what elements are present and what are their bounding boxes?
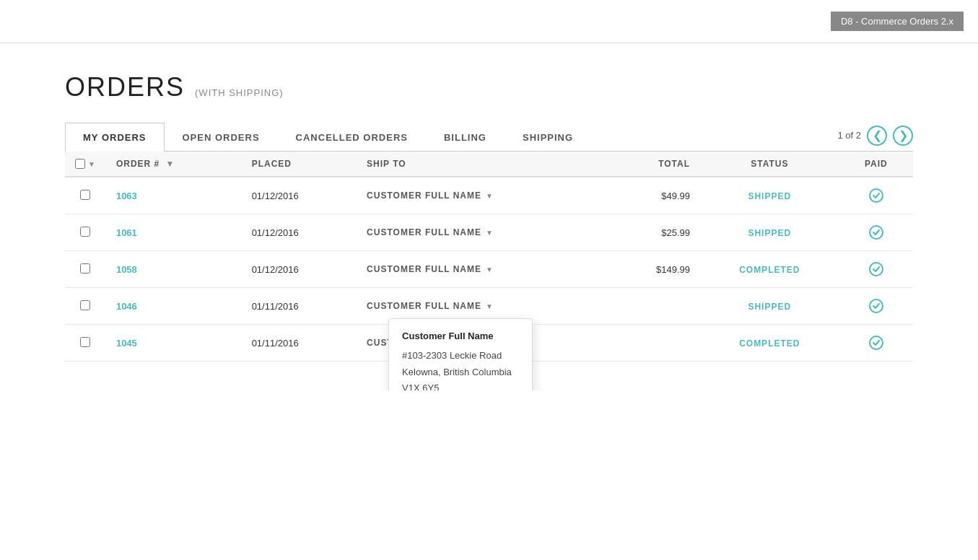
order-number-cell: 1045 [106,325,242,362]
table-row: 1046 01/11/2016 CUSTOMER FULL NAME ▼ Cus… [65,288,913,325]
placed-cell: 01/11/2016 [242,325,357,362]
pagination-prev-button[interactable]: ❮ [867,126,887,146]
row-checkbox-cell [65,288,106,325]
paid-cell [839,177,913,214]
tab-my-orders[interactable]: MY ORDERS [65,123,165,152]
paid-icon [850,335,903,351]
order-link[interactable]: 1061 [116,227,137,238]
row-checkbox-cell [65,325,106,362]
ship-to-dropdown-icon[interactable]: ▼ [486,229,493,237]
ship-to-dropdown-icon[interactable]: ▼ [486,192,493,200]
svg-point-4 [870,336,883,349]
status-badge: SHIPPED [748,302,791,312]
ship-to-cell: CUSTOMER FULL NAME ▼ [357,251,607,288]
page-title-row: ORDERS (WITH SHIPPING) [65,72,913,102]
ship-to-cell: CUSTOMER FULL NAME ▼ Customer Full Name … [357,288,607,325]
placed-cell: 01/12/2016 [242,177,357,214]
th-placed: PLACED [242,152,357,177]
table-body: 1063 01/12/2016 CUSTOMER FULL NAME ▼ $49… [65,177,913,362]
th-checkbox: ▼ [65,152,106,177]
paid-icon [850,298,903,314]
ship-to-cell: CUSTOMER FULL NAME ▼ [357,177,607,214]
tab-open-orders[interactable]: OPEN ORDERS [165,123,278,152]
check-circle-icon [868,298,884,314]
tooltip-address1: #103-2303 Leckie Road [402,349,519,363]
arrow-left-icon: ❮ [873,128,882,142]
check-circle-icon [868,335,884,351]
th-total: TOTAL [608,152,701,177]
placed-cell: 01/11/2016 [242,288,357,325]
row-checkbox[interactable] [80,190,90,200]
th-order-number[interactable]: ORDER # ▼ [106,152,242,177]
svg-point-0 [870,189,883,202]
ship-to-name: CUSTOMER FULL NAME [367,191,481,201]
arrow-right-icon: ❯ [899,128,908,142]
tab-shipping[interactable]: SHIPPING [505,123,591,152]
tooltip-postal: V1X 6Y5 [402,381,519,390]
tooltip-address2: Kelowna, British Columbia [402,365,519,380]
table-header-row: ▼ ORDER # ▼ PLACED SHIP TO TOTAL STATUS … [65,152,913,177]
ship-to-name: CUSTOMER FULL NAME [367,264,481,274]
total-cell [608,325,701,362]
status-badge: COMPLETED [739,265,800,275]
status-cell: COMPLETED [700,251,839,288]
paid-icon [850,188,903,204]
total-cell [608,288,701,325]
pagination-label: 1 of 2 [837,130,861,141]
total-cell: $149.99 [608,251,701,288]
order-link[interactable]: 1046 [116,301,137,312]
pagination: 1 of 2 ❮ ❯ [837,126,913,149]
paid-cell [839,325,913,362]
svg-point-1 [870,226,883,239]
row-checkbox[interactable] [80,263,90,274]
placed-cell: 01/12/2016 [242,214,357,251]
chevron-down-icon[interactable]: ▼ [88,160,96,168]
status-cell: SHIPPED [700,214,839,251]
order-link[interactable]: 1058 [116,264,137,275]
row-checkbox[interactable] [80,227,90,237]
app-label: D8 - Commerce Orders 2.x [831,12,964,31]
table-row: 1058 01/12/2016 CUSTOMER FULL NAME ▼ $14… [65,251,913,288]
ship-to-name: CUSTOMER FULL NAME [367,301,481,311]
order-number-cell: 1058 [106,251,242,288]
row-checkbox[interactable] [80,337,90,347]
svg-point-2 [870,263,883,276]
ship-to-cell: CUSTOMER FULL NAME ▼ [357,214,607,251]
select-all-checkbox[interactable] [75,159,85,169]
status-cell: SHIPPED [700,177,839,214]
row-checkbox-cell [65,214,106,251]
paid-cell [839,288,913,325]
placed-cell: 01/12/2016 [242,251,357,288]
tooltip-customer-name: Customer Full Name [402,331,519,341]
order-number-cell: 1046 [106,288,242,325]
order-link[interactable]: 1045 [116,338,137,349]
tab-billing[interactable]: BILLING [426,123,505,152]
sort-arrow-icon: ▼ [166,159,175,169]
th-paid: PAID [839,152,913,177]
address-tooltip: Customer Full Name #103-2303 Leckie Road… [388,318,533,390]
ship-to-dropdown-icon[interactable]: ▼ [486,302,493,310]
ship-to-dropdown-icon[interactable]: ▼ [486,266,493,274]
order-link[interactable]: 1063 [116,191,137,201]
table-row: 1061 01/12/2016 CUSTOMER FULL NAME ▼ $25… [65,214,913,251]
th-status: STATUS [700,152,839,177]
svg-point-3 [870,299,883,312]
tab-cancelled-orders[interactable]: CANCELLED ORDERS [278,123,426,152]
table-header: ▼ ORDER # ▼ PLACED SHIP TO TOTAL STATUS … [65,152,913,177]
paid-icon [850,224,903,240]
total-cell: $49.99 [608,177,701,214]
row-checkbox-cell [65,177,106,214]
table-row: 1063 01/12/2016 CUSTOMER FULL NAME ▼ $49… [65,177,913,214]
page-subtitle: (WITH SHIPPING) [195,87,284,98]
status-badge: COMPLETED [739,338,800,349]
status-cell: SHIPPED [700,288,839,325]
status-cell: COMPLETED [700,325,839,362]
pagination-next-button[interactable]: ❯ [893,126,913,146]
check-circle-icon [868,261,884,277]
total-cell: $25.99 [608,214,701,251]
th-ship-to: SHIP TO [357,152,607,177]
page-content: ORDERS (WITH SHIPPING) MY ORDERS OPEN OR… [0,43,978,390]
row-checkbox[interactable] [80,300,90,310]
check-circle-icon [868,224,884,240]
check-circle-icon [868,188,884,204]
